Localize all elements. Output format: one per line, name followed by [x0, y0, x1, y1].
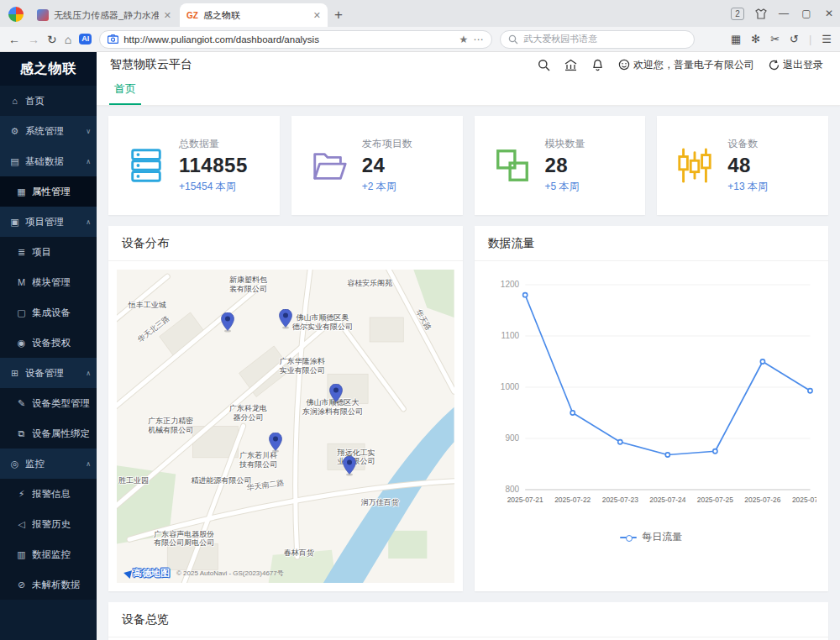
- welcome-area[interactable]: 欢迎您，普量电子有限公司: [618, 58, 754, 72]
- extensions-icon[interactable]: ✻: [751, 33, 760, 45]
- chevron-up-icon: ∧: [86, 218, 91, 226]
- new-tab-button[interactable]: +: [334, 8, 343, 22]
- sidebar-item-12[interactable]: ◎监控∧: [0, 449, 97, 479]
- tab-count-badge[interactable]: 2: [731, 8, 744, 20]
- list-icon: ≣: [16, 247, 27, 258]
- integrated-device-icon: ▢: [16, 307, 27, 318]
- sidebar-item-label: 项目管理: [25, 216, 81, 228]
- tab2-favicon-icon: GZ: [186, 9, 198, 21]
- panel-row: 设备分布: [108, 226, 828, 591]
- menu-icon[interactable]: ☰: [822, 33, 832, 45]
- browser-tab-bar: 无线压力传感器_静力水准仪 ✕ GZ 感之物联 ✕ + 2 — ▢ ✕: [0, 0, 840, 27]
- maximize-icon[interactable]: ▢: [801, 8, 812, 19]
- legend-label: 每日流量: [642, 530, 682, 544]
- stat-delta: +15454 本周: [179, 180, 248, 194]
- map-pin-icon[interactable]: [221, 312, 234, 333]
- map-poi-label: 新康塑料包 装有限公司: [229, 275, 267, 294]
- sidebar-item-1[interactable]: ⚙系统管理∨: [0, 116, 97, 146]
- search-text[interactable]: 武大爱秋园书语意: [523, 33, 597, 45]
- sidebar-item-label: 集成设备: [32, 307, 91, 319]
- svg-text:800: 800: [505, 485, 519, 495]
- sidebar-item-14[interactable]: ◁报警历史: [0, 509, 97, 539]
- sidebar-item-15[interactable]: ▥数据监控: [0, 539, 97, 569]
- organization-icon[interactable]: [564, 59, 577, 71]
- ai-assistant-badge[interactable]: AI: [79, 34, 92, 45]
- refresh-icon[interactable]: ↻: [47, 34, 57, 45]
- browser-logo-icon[interactable]: [8, 7, 24, 22]
- sidebar-item-4[interactable]: ▣项目管理∧: [0, 207, 97, 237]
- logout-text: 退出登录: [783, 58, 823, 72]
- sidebar-item-label: 未解析数据: [32, 579, 91, 591]
- device-distribution-panel: 设备分布: [108, 226, 463, 591]
- stat-card-1: 发布项目数24+2 本周: [291, 116, 463, 215]
- browser-search-box[interactable]: 武大爱秋园书语意: [500, 30, 695, 49]
- svg-text:2025-07-24: 2025-07-24: [649, 496, 685, 504]
- browser-tab-2[interactable]: GZ 感之物联 ✕: [180, 3, 328, 27]
- tabbar-right-controls: 2 — ▢ ✕: [731, 0, 835, 27]
- header-search-icon[interactable]: [538, 59, 550, 71]
- forward-icon[interactable]: →: [28, 34, 39, 45]
- tab1-close-icon[interactable]: ✕: [164, 10, 171, 21]
- back-icon[interactable]: ←: [8, 34, 20, 45]
- sidebar-item-6[interactable]: M模块管理: [0, 267, 97, 297]
- stat-label: 总数据量: [179, 137, 248, 151]
- sidebar-item-0[interactable]: ⌂首页: [0, 86, 97, 116]
- tab2-close-icon[interactable]: ✕: [313, 10, 321, 21]
- svg-text:2025-07-21: 2025-07-21: [507, 496, 543, 504]
- map-poi-label: 恒丰工业城: [129, 301, 166, 310]
- map-poi-label: 广东华隆涂料 实业有限公司: [280, 357, 325, 375]
- scissors-icon[interactable]: ✂: [770, 33, 780, 45]
- gear-icon: ⚙: [9, 126, 20, 137]
- sidebar-item-11[interactable]: ⧉设备属性绑定: [0, 418, 97, 449]
- user-smile-icon: [618, 59, 630, 71]
- sidebar-item-3[interactable]: ▦属性管理: [0, 176, 97, 207]
- sidebar-item-2[interactable]: ▤基础数据∧: [0, 146, 97, 176]
- home-icon[interactable]: ⌂: [65, 34, 71, 45]
- reader-mode-icon[interactable]: [108, 34, 118, 44]
- chart-legend[interactable]: 每日流量: [486, 530, 817, 544]
- url-text[interactable]: http://www.puliangiot.com/dashboard/anal…: [123, 34, 454, 45]
- map-pin-icon[interactable]: [343, 456, 356, 476]
- sidebar-item-label: 报警历史: [32, 518, 91, 531]
- apps-grid-icon[interactable]: ▦: [731, 33, 741, 45]
- app-root: 感之物联 ⌂首页⚙系统管理∨▤基础数据∧▦属性管理▣项目管理∧≣项目M模块管理▢…: [0, 52, 840, 640]
- map-attribution-row: 高德地图 © 2025 AutoNavi - GS(2023)4677号: [123, 567, 284, 580]
- sidebar-item-16[interactable]: ⊘未解析数据: [0, 569, 97, 600]
- sidebar-item-label: 设备管理: [25, 367, 81, 380]
- url-box[interactable]: http://www.puliangiot.com/dashboard/anal…: [99, 30, 492, 49]
- notification-bell-icon[interactable]: [591, 59, 604, 71]
- device-auth-icon: ◉: [16, 338, 27, 349]
- sidebar-item-label: 系统管理: [25, 125, 81, 138]
- stat-delta: +5 本周: [545, 180, 585, 194]
- sidebar-item-13[interactable]: ⚡报警信息: [0, 479, 97, 509]
- minimize-icon[interactable]: —: [778, 8, 790, 19]
- svg-text:900: 900: [505, 434, 519, 443]
- browser-tab-1[interactable]: 无线压力传感器_静力水准仪 ✕: [30, 3, 178, 27]
- sidebar-item-label: 报警信息: [32, 488, 91, 501]
- page-tab-home[interactable]: 首页: [109, 81, 141, 105]
- folder-icon: [310, 146, 349, 185]
- map-pin-icon[interactable]: [279, 309, 292, 329]
- sidebar-item-9[interactable]: ⊞设备管理∧: [0, 358, 97, 388]
- logout-button[interactable]: 退出登录: [769, 58, 823, 72]
- url-more-icon[interactable]: ⋯: [473, 34, 484, 45]
- map-pin-icon[interactable]: [329, 384, 343, 404]
- map-poi-label: 广东正力精密 机械有限公司: [148, 417, 193, 435]
- sidebar-item-7[interactable]: ▢集成设备: [0, 297, 97, 328]
- app-logo[interactable]: 感之物联: [0, 52, 97, 86]
- sidebar-item-8[interactable]: ◉设备授权: [0, 328, 97, 358]
- bookmark-star-icon[interactable]: ★: [459, 34, 468, 45]
- sidebar-item-5[interactable]: ≣项目: [0, 237, 97, 267]
- restore-icon[interactable]: ↺: [790, 33, 799, 45]
- platform-title: 智慧物联云平台: [110, 57, 192, 72]
- unparsed-data-icon: ⊘: [16, 580, 27, 590]
- daily-flow-line-chart[interactable]: 8009001000110012002025-07-212025-07-2220…: [486, 273, 817, 525]
- close-window-icon[interactable]: ✕: [823, 8, 835, 19]
- browser-window: 无线压力传感器_静力水准仪 ✕ GZ 感之物联 ✕ + 2 — ▢ ✕ ← → …: [0, 0, 840, 52]
- device-map[interactable]: 新康塑料包 装有限公司容桂安乐阁苑恒丰工业城佛山市顺德区奥 德尔实业有限公司广东…: [117, 270, 454, 583]
- map-panel-title: 设备分布: [108, 226, 463, 261]
- theme-icon[interactable]: [755, 8, 767, 19]
- sidebar-item-10[interactable]: ✎设备类型管理: [0, 388, 97, 418]
- map-pin-icon[interactable]: [269, 433, 282, 453]
- stat-delta: +2 本周: [362, 180, 412, 194]
